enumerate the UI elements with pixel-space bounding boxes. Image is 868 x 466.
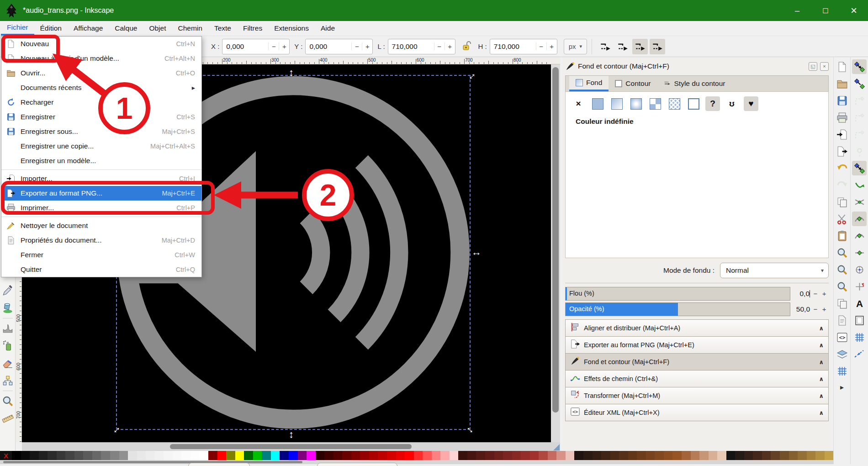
file-menu-item-ouvrir[interactable]: Ouvrir...Ctrl+O <box>1 66 201 80</box>
zoom-drawing-button[interactable] <box>835 262 849 277</box>
open-document-button[interactable] <box>835 76 849 91</box>
file-menu-item-enregistrer-un-modele[interactable]: Enregistrer un modèle... <box>1 154 201 168</box>
collapse-chevron-icon[interactable]: ∧ <box>819 342 824 349</box>
spray-tool[interactable] <box>0 337 16 355</box>
palette-swatch[interactable] <box>378 451 387 460</box>
opacity-minus-button[interactable]: − <box>811 305 820 313</box>
palette-swatch[interactable] <box>672 451 682 460</box>
snap-cusp-nodes[interactable] <box>852 212 867 226</box>
cut-button[interactable] <box>835 212 849 226</box>
palette-swatch[interactable] <box>619 451 628 460</box>
palette-swatch[interactable] <box>83 451 92 460</box>
palette-swatch[interactable] <box>664 451 673 460</box>
palette-swatch[interactable] <box>235 451 244 460</box>
menubar-item-calque[interactable]: Calque <box>109 21 143 36</box>
palette-swatch[interactable] <box>253 451 262 460</box>
palette-swatch[interactable] <box>815 451 825 460</box>
print-button[interactable] <box>835 110 849 125</box>
palette-swatch[interactable] <box>735 451 744 460</box>
canvas-corner-widget[interactable] <box>551 442 560 451</box>
transform-move-patterns-toggle[interactable] <box>650 39 665 54</box>
paint-linear-gradient-button[interactable] <box>609 96 624 111</box>
palette-swatch[interactable] <box>807 451 816 460</box>
transform-scale-corners-toggle[interactable] <box>615 39 630 54</box>
vscroll-thumb[interactable] <box>552 67 559 413</box>
palette-swatch[interactable] <box>65 451 74 460</box>
palette-swatch[interactable] <box>298 451 307 460</box>
snap-bounding-box[interactable] <box>852 76 867 91</box>
blur-slider[interactable]: Flou (%) <box>565 287 790 301</box>
palette-swatch[interactable] <box>530 451 539 460</box>
maximize-button[interactable]: □ <box>811 0 840 21</box>
palette-swatch[interactable] <box>593 451 602 460</box>
palette-swatch[interactable] <box>628 451 637 460</box>
snap-toggle[interactable] <box>852 59 867 74</box>
palette-swatch[interactable] <box>217 451 227 460</box>
height-value[interactable]: 710,000 <box>490 42 536 51</box>
file-menu-item-enregistrer-sous[interactable]: Enregistrer sous...Maj+Ctrl+S <box>1 124 201 139</box>
opacity-value[interactable]: 50,0 <box>790 305 811 313</box>
paint-flat-color-button[interactable] <box>590 96 605 111</box>
palette-swatch[interactable] <box>110 451 119 460</box>
paste-button[interactable] <box>835 228 849 243</box>
palette-swatch[interactable] <box>432 451 441 460</box>
palette-swatch[interactable] <box>271 451 280 460</box>
duplicate-button[interactable] <box>835 296 849 311</box>
palette-swatch[interactable] <box>440 451 450 460</box>
collapse-chevron-icon[interactable]: ∧ <box>819 376 824 382</box>
palette-swatch[interactable] <box>369 451 378 460</box>
palette-swatch[interactable] <box>119 451 128 460</box>
palette-swatch[interactable] <box>610 451 619 460</box>
canvas-vertical-scrollbar[interactable] <box>551 64 560 450</box>
palette-swatch[interactable] <box>798 451 807 460</box>
palette-swatch[interactable] <box>539 451 548 460</box>
palette-swatch[interactable] <box>289 451 298 460</box>
color-picker-tool[interactable] <box>0 282 16 299</box>
palette-swatch[interactable] <box>699 451 709 460</box>
palette-swatch[interactable] <box>744 451 753 460</box>
dock-panel-fond-et-contour-maj-ctrl-f[interactable]: Fond et contour (Maj+Ctrl+F)∧ <box>565 353 829 371</box>
width-minus-button[interactable]: − <box>434 42 445 50</box>
dock-close-button[interactable]: × <box>820 62 829 71</box>
file-menu-item-enregistrer-une-copie[interactable]: Enregistrer une copie...Maj+Ctrl+Alt+S <box>1 139 201 154</box>
width-plus-button[interactable]: + <box>445 42 455 50</box>
palette-swatch[interactable] <box>387 451 396 460</box>
snap-object-centers[interactable] <box>852 262 867 277</box>
paint-swatch-button[interactable] <box>667 96 682 111</box>
paint-unknown-button[interactable]: ? <box>705 96 720 111</box>
palette-swatch[interactable] <box>825 451 834 460</box>
height-field[interactable]: 710,000 − + <box>490 39 557 54</box>
palette-swatch[interactable] <box>137 451 146 460</box>
opacity-slider[interactable]: Opacité (%) <box>565 302 790 316</box>
save-button[interactable] <box>835 93 849 108</box>
palette-swatch[interactable] <box>709 451 718 460</box>
palette-swatch[interactable] <box>199 451 208 460</box>
width-value[interactable]: 710,000 <box>388 42 434 51</box>
document-properties-button[interactable] <box>835 313 849 328</box>
tweak-tool[interactable] <box>0 320 16 337</box>
opacity-plus-button[interactable]: + <box>820 305 829 313</box>
palette-swatch[interactable] <box>181 451 191 460</box>
width-field[interactable]: 710,000 − + <box>388 39 455 54</box>
dock-panel-aligner-et-distribuer-maj-ctrl-a[interactable]: Aligner et distribuer (Maj+Ctrl+A)∧ <box>565 319 829 337</box>
blend-mode-dropdown[interactable]: Normal ▾ <box>720 263 829 278</box>
snap-smooth-nodes[interactable] <box>852 228 867 243</box>
palette-swatch[interactable] <box>351 451 360 460</box>
palette-swatch[interactable] <box>146 451 155 460</box>
palette-swatch[interactable] <box>342 451 351 460</box>
tab-style-du-contour[interactable]: Style du contour <box>657 76 732 91</box>
file-menu-item-quitter[interactable]: QuitterCtrl+Q <box>1 262 201 277</box>
tab-contour[interactable]: Contour <box>609 76 657 91</box>
palette-swatch[interactable] <box>753 451 762 460</box>
copy-button[interactable] <box>835 195 849 209</box>
palette-swatch[interactable] <box>101 451 110 460</box>
palette-swatch[interactable] <box>360 451 369 460</box>
palette-swatch[interactable] <box>458 451 467 460</box>
palette-swatch[interactable] <box>682 451 691 460</box>
height-minus-button[interactable]: − <box>536 42 546 50</box>
palette-swatch[interactable] <box>226 451 235 460</box>
menubar-item-affichage[interactable]: Affichage <box>68 21 109 36</box>
minimize-button[interactable]: – <box>783 0 811 21</box>
close-button[interactable]: × <box>840 0 868 21</box>
palette-swatch[interactable] <box>39 451 48 460</box>
